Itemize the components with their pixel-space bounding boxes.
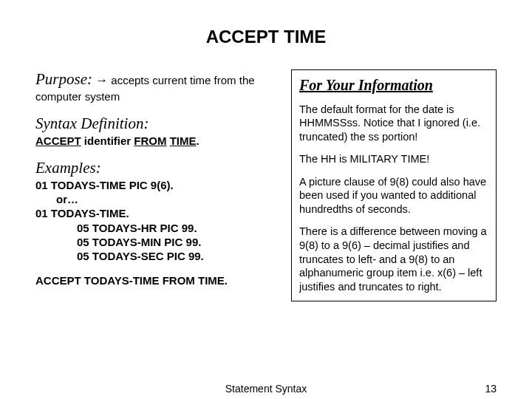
page-number: 13 bbox=[485, 383, 497, 395]
example-line: 01 TODAYS-TIME PIC 9(6). bbox=[35, 178, 279, 192]
syntax-from: FROM bbox=[134, 134, 166, 147]
example-line: 05 TODAYS-MIN PIC 99. bbox=[35, 235, 279, 249]
purpose-block: Purpose: → accepts current time from the… bbox=[35, 69, 279, 103]
content-columns: Purpose: → accepts current time from the… bbox=[35, 69, 497, 301]
example-line: 05 TODAYS-HR PIC 99. bbox=[35, 221, 279, 235]
fyi-paragraph: The default format for the date is HHMMS… bbox=[299, 103, 488, 144]
syntax-period: . bbox=[197, 134, 200, 147]
right-column: For Your Information The default format … bbox=[291, 69, 497, 301]
example-or: or… bbox=[35, 192, 279, 206]
fyi-paragraph: There is a difference between moving a 9… bbox=[299, 225, 488, 293]
syntax-label: Syntax Definition: bbox=[35, 114, 279, 134]
example-line: 05 TODAYS-SEC PIC 99. bbox=[35, 249, 279, 263]
example-accept: ACCEPT TODAYS-TIME FROM TIME. bbox=[35, 273, 279, 287]
page-title: ACCEPT TIME bbox=[35, 27, 497, 47]
examples-body: 01 TODAYS-TIME PIC 9(6). or… 01 TODAYS-T… bbox=[35, 178, 279, 263]
footer-center: Statement Syntax bbox=[225, 383, 307, 395]
syntax-block: Syntax Definition: ACCEPT identifier FRO… bbox=[35, 114, 279, 148]
syntax-line: ACCEPT identifier FROM TIME. bbox=[35, 134, 279, 148]
examples-label: Examples: bbox=[35, 158, 279, 178]
arrow-icon: → bbox=[95, 73, 108, 87]
syntax-time: TIME bbox=[170, 134, 197, 147]
fyi-paragraph: The HH is MILITARY TIME! bbox=[299, 152, 488, 166]
fyi-box: For Your Information The default format … bbox=[291, 69, 497, 301]
examples-block: Examples: 01 TODAYS-TIME PIC 9(6). or… 0… bbox=[35, 158, 279, 263]
left-column: Purpose: → accepts current time from the… bbox=[35, 69, 279, 301]
syntax-accept: ACCEPT bbox=[35, 134, 81, 147]
purpose-label: Purpose: bbox=[35, 70, 92, 88]
fyi-paragraph: A picture clause of 9(8) could also have… bbox=[299, 175, 488, 216]
example-line: 01 TODAYS-TIME. bbox=[35, 206, 279, 220]
fyi-heading: For Your Information bbox=[299, 76, 488, 95]
syntax-identifier: identifier bbox=[81, 134, 134, 147]
